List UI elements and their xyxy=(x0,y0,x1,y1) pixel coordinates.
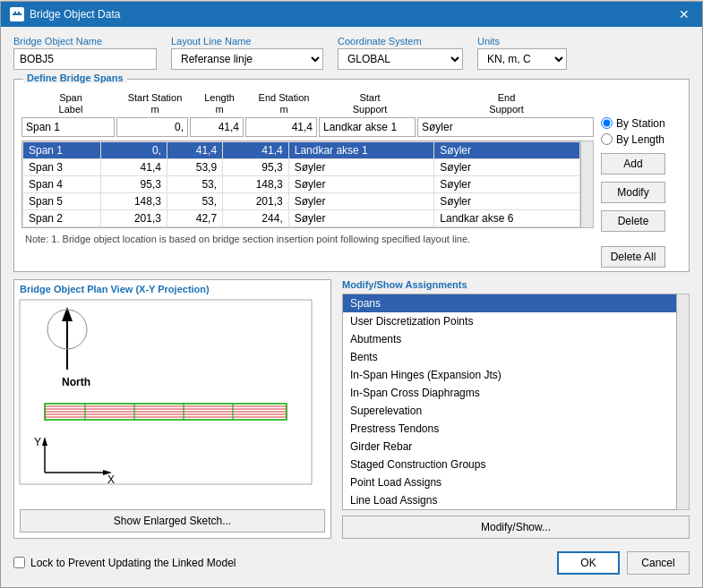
span-table-wrapper: Span 1 0, 41,4 41,4 Landkar akse 1 Søyle… xyxy=(21,141,581,228)
assign-list-item[interactable]: Bents xyxy=(343,348,676,366)
length-input[interactable] xyxy=(190,117,244,137)
svg-rect-3 xyxy=(20,300,312,484)
table-row[interactable]: Span 4 95,3 53, 148,3 Søyler Søyler xyxy=(23,175,580,192)
bottom-row: Bridge Object Plan View (X-Y Projection) xyxy=(13,279,690,539)
coord-system-select[interactable]: GLOBAL xyxy=(338,48,463,70)
bridge-icon xyxy=(10,7,24,21)
span-table-area: Span 1 0, 41,4 41,4 Landkar akse 1 Søyle… xyxy=(21,141,594,228)
bottom-bar: Lock to Prevent Updating the Linked Mode… xyxy=(13,548,690,578)
assign-list-area: SpansUser Discretization PointsAbutments… xyxy=(342,294,690,510)
top-form: Bridge Object Name Layout Line Name Refe… xyxy=(13,36,690,70)
col-length: Lengthm xyxy=(192,92,247,115)
modify-button[interactable]: Modify xyxy=(601,182,665,203)
svg-text:X: X xyxy=(107,473,115,486)
svg-text:Y: Y xyxy=(34,436,41,448)
radio-by-length[interactable] xyxy=(601,133,613,145)
start-support-input[interactable] xyxy=(319,117,416,137)
show-enlarged-btn-wrapper: Show Enlarged Sketch... xyxy=(20,509,325,533)
assign-list-item[interactable]: Spans xyxy=(343,294,676,312)
assign-list-item[interactable]: In-Span Hinges (Expansion Jts) xyxy=(343,366,676,384)
assign-list-item[interactable]: User Discretization Points xyxy=(343,312,676,330)
radio-by-station-label[interactable]: By Station xyxy=(601,117,665,130)
dialog-title: Bridge Object Data xyxy=(30,8,120,21)
col-start-support: StartSupport xyxy=(321,92,419,115)
plan-view-svg: North xyxy=(18,298,313,486)
lock-checkbox[interactable] xyxy=(13,557,25,568)
bridge-name-input[interactable] xyxy=(13,48,157,70)
units-label: Units xyxy=(477,36,567,47)
layout-line-field: Layout Line Name Referanse linje xyxy=(171,36,323,70)
bridge-name-label: Bridge Object Name xyxy=(13,36,157,47)
spans-section-label: Define Bridge Spans xyxy=(23,72,127,83)
table-row[interactable]: Span 1 0, 41,4 41,4 Landkar akse 1 Søyle… xyxy=(23,141,580,158)
assign-list-item[interactable]: In-Span Cross Diaphragms xyxy=(343,384,676,402)
spans-note: Note: 1. Bridge object location is based… xyxy=(21,232,594,246)
assign-label: Modify/Show Assignments xyxy=(342,279,690,290)
coord-system-field: Coordinate System GLOBAL xyxy=(338,36,463,70)
bridge-name-field: Bridge Object Name xyxy=(13,36,157,70)
assign-list-item[interactable]: Prestress Tendons xyxy=(343,420,676,438)
span-label-input[interactable] xyxy=(21,117,115,137)
assign-list-item[interactable]: Staged Construction Groups xyxy=(343,456,676,473)
title-bar: Bridge Object Data ✕ xyxy=(1,2,702,27)
dialog-buttons: OK Cancel xyxy=(557,551,690,575)
plan-view-canvas: North xyxy=(14,294,330,506)
radio-group: By Station By Length xyxy=(601,117,665,146)
radio-by-length-label[interactable]: By Length xyxy=(601,133,665,146)
table-row[interactable]: Span 5 148,3 53, 201,3 Søyler Søyler xyxy=(23,192,580,209)
plan-view-box: Bridge Object Plan View (X-Y Projection) xyxy=(13,279,331,539)
delete-all-button[interactable]: Delete All xyxy=(601,246,665,268)
delete-button[interactable]: Delete xyxy=(601,210,665,232)
assign-list-item[interactable]: Superelevation xyxy=(343,402,676,420)
col-span-label: SpanLabel xyxy=(23,92,118,115)
lock-checkbox-row: Lock to Prevent Updating the Linked Mode… xyxy=(13,557,236,569)
assign-list-item[interactable]: Abutments xyxy=(343,330,676,348)
assign-list-item[interactable]: Girder Rebar xyxy=(343,438,676,456)
svg-rect-2 xyxy=(18,12,20,15)
layout-line-select[interactable]: Referanse linje xyxy=(171,48,323,70)
spans-table: Span 1 0, 41,4 41,4 Landkar akse 1 Søyle… xyxy=(22,141,580,227)
col-end-support: EndSupport xyxy=(419,92,594,115)
assign-list-item[interactable]: Line Load Assigns xyxy=(343,491,676,509)
radio-by-station[interactable] xyxy=(601,117,613,129)
assign-list: SpansUser Discretization PointsAbutments… xyxy=(342,294,677,510)
units-select[interactable]: KN, m, C xyxy=(477,48,567,70)
table-row[interactable]: Span 3 41,4 53,9 95,3 Søyler Søyler xyxy=(23,158,580,175)
svg-text:North: North xyxy=(62,376,90,388)
table-scrollbar[interactable] xyxy=(581,141,594,228)
table-row[interactable]: Span 2 201,3 42,7 244, Søyler Landkar ak… xyxy=(23,209,580,226)
show-enlarged-button[interactable]: Show Enlarged Sketch... xyxy=(20,509,325,533)
col-start-station: Start Stationm xyxy=(118,92,192,115)
span-input-row xyxy=(21,117,594,137)
col-end-station: End Stationm xyxy=(247,92,321,115)
start-station-input[interactable] xyxy=(116,117,188,137)
svg-rect-0 xyxy=(13,13,21,15)
coord-system-label: Coordinate System xyxy=(338,36,463,47)
lock-label: Lock to Prevent Updating the Linked Mode… xyxy=(30,557,236,569)
assign-list-item[interactable]: Point Load Assigns xyxy=(343,473,676,491)
assign-box: Modify/Show Assignments SpansUser Discre… xyxy=(342,279,690,539)
bridge-object-dialog: Bridge Object Data ✕ Bridge Object Name … xyxy=(0,1,703,588)
cancel-button[interactable]: Cancel xyxy=(627,551,690,575)
modify-show-btn-wrapper: Modify/Show... xyxy=(342,516,690,539)
svg-rect-1 xyxy=(14,12,16,15)
modify-show-button[interactable]: Modify/Show... xyxy=(342,516,690,539)
units-field: Units KN, m, C xyxy=(477,36,567,70)
plan-view-label: Bridge Object Plan View (X-Y Projection) xyxy=(14,280,330,294)
assign-scrollbar[interactable] xyxy=(677,294,690,510)
end-support-input[interactable] xyxy=(417,117,594,137)
ok-button[interactable]: OK xyxy=(557,551,620,575)
layout-line-label: Layout Line Name xyxy=(171,36,323,47)
end-station-input[interactable] xyxy=(245,117,317,137)
title-bar-left: Bridge Object Data xyxy=(10,7,120,21)
close-button[interactable]: ✕ xyxy=(675,7,693,21)
add-button[interactable]: Add xyxy=(601,153,665,175)
